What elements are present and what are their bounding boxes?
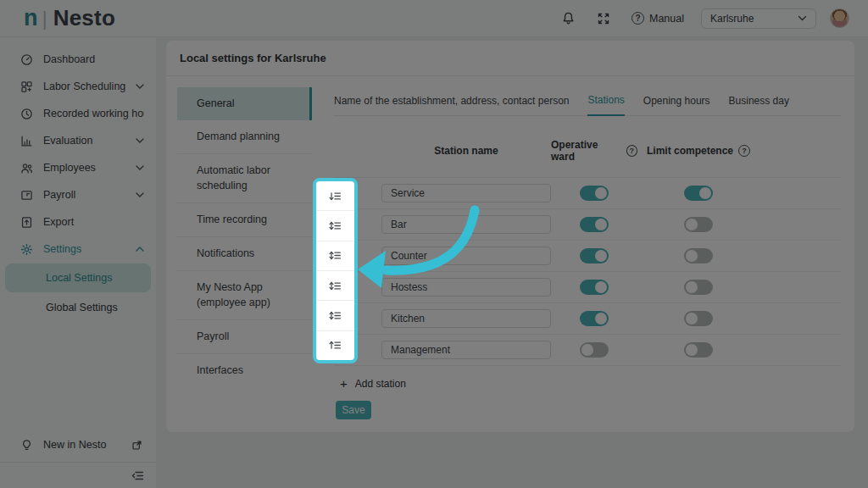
tutorial-dim-overlay [0, 0, 868, 488]
drag-handle[interactable] [316, 270, 354, 300]
drag-handle-column-spotlight [313, 178, 358, 363]
drag-handle[interactable] [316, 181, 354, 210]
drag-handle[interactable] [316, 330, 354, 360]
drag-handle[interactable] [316, 210, 354, 240]
drag-handle[interactable] [316, 300, 354, 330]
drag-handle[interactable] [316, 241, 354, 270]
